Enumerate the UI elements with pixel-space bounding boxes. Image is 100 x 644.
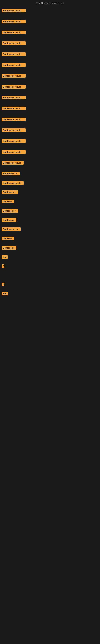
result-row: Bottleneck res	[0, 224, 100, 233]
result-row: Bottleneck result	[0, 47, 100, 58]
result-row: Bottleneck result	[0, 101, 100, 112]
bottleneck-label: Bottleneck result	[1, 150, 26, 154]
bottleneck-label: Bottleneck result	[1, 52, 26, 56]
bottleneck-label: Bottleneck result	[1, 63, 26, 67]
result-row: Bottleneck result	[0, 25, 100, 36]
result-row: Bottleneck result	[0, 134, 100, 144]
result-row: Bottleneck result	[0, 68, 100, 79]
bottleneck-label: Bottleneck result	[1, 118, 26, 121]
result-row: Bottlene	[0, 233, 100, 242]
bottleneck-label: Bottlene	[1, 237, 14, 240]
result-row: Bott	[0, 288, 100, 297]
bottleneck-label: Bottleneck result	[1, 96, 26, 100]
bottleneck-label: Bottleneck	[1, 218, 16, 222]
result-row: Bottleneck result	[0, 36, 100, 47]
bottleneck-label: Bottleneck r	[1, 190, 18, 194]
bottleneck-label: Bottleneck result	[1, 30, 26, 34]
bottleneck-label: Bottleneck result	[1, 161, 24, 164]
bottleneck-label: Bot	[1, 255, 8, 259]
result-row: Bottleneck result	[0, 155, 100, 166]
results-list: Bottleneck resultBottleneck resultBottle…	[0, 7, 100, 297]
result-row: Bottleneck result	[0, 144, 100, 155]
result-row: Bottleneck	[0, 242, 100, 251]
site-title: TheBottlenecker.com	[36, 2, 64, 5]
result-row: Bottleneck result	[0, 7, 100, 14]
bottleneck-label: Bottleneck result	[1, 20, 26, 23]
bottleneck-label: Bottleneck result	[1, 85, 26, 88]
site-header: TheBottlenecker.com	[0, 0, 100, 7]
result-row: Bottleneck result	[0, 79, 100, 90]
result-row: Bottleneck result	[0, 58, 100, 68]
result-row: Bottleneck r	[0, 186, 100, 196]
bottleneck-label: B	[1, 264, 4, 268]
bottleneck-label: Bottleneck result	[1, 139, 26, 143]
result-row: Bottleneck r	[0, 205, 100, 214]
bottleneck-label: Bottlene	[1, 200, 14, 203]
bottleneck-label: Bottleneck re	[1, 172, 20, 176]
result-row: Bottleneck result	[0, 90, 100, 101]
result-row: B	[0, 260, 100, 270]
bottleneck-label: Bottleneck res	[1, 228, 21, 231]
result-row: Bottleneck result	[0, 14, 100, 25]
result-row	[0, 270, 100, 276]
result-row: Bottleneck	[0, 214, 100, 224]
result-row: Bottlene	[0, 196, 100, 205]
bottleneck-label: Bottleneck result	[1, 128, 26, 132]
bottleneck-label: Bottleneck result	[1, 42, 26, 45]
bottleneck-label: Bott	[1, 292, 8, 296]
result-row: Bottleneck result	[0, 112, 100, 123]
bottleneck-label: Bottleneck r	[1, 209, 18, 212]
result-row: B	[0, 276, 100, 288]
bottleneck-label: Bottleneck result	[1, 74, 26, 78]
result-row: Bottleneck result	[0, 123, 100, 134]
bottleneck-label: Bottleneck result	[1, 181, 24, 185]
bottleneck-label: B	[1, 282, 4, 286]
result-row: Bot	[0, 251, 100, 260]
page-container: TheBottlenecker.com Bottleneck resultBot…	[0, 0, 100, 297]
bottleneck-label: Bottleneck result	[1, 9, 26, 12]
bottleneck-label: Bottleneck result	[1, 107, 26, 110]
bottleneck-label: Bottleneck	[1, 246, 16, 250]
result-row: Bottleneck re	[0, 166, 100, 177]
result-row: Bottleneck result	[0, 177, 100, 186]
